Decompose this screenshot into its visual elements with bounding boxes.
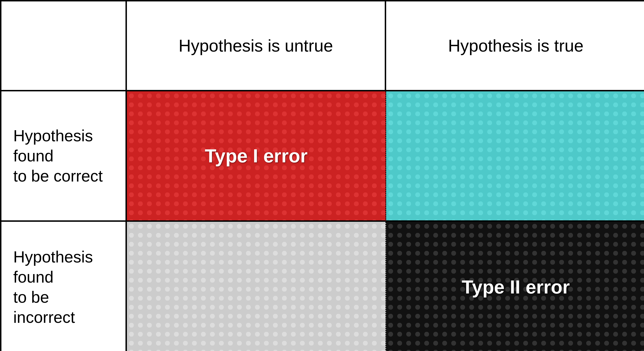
- type1-error-cell: Type I error: [127, 91, 386, 222]
- corner-cell: [2, 2, 127, 91]
- type2-error-label: Type II error: [462, 276, 570, 298]
- row-header-incorrect-label: Hypothesis found to be incorrect: [13, 247, 114, 327]
- type2-error-cell: Type II error: [386, 222, 644, 351]
- row-header-correct: Hypothesis found to be correct: [2, 91, 127, 222]
- correct-untrue-cell: [127, 222, 386, 351]
- row-header-incorrect: Hypothesis found to be incorrect: [2, 222, 127, 351]
- col-header-untrue-label: Hypothesis is untrue: [178, 36, 333, 56]
- col-header-untrue: Hypothesis is untrue: [127, 2, 386, 91]
- hypothesis-table: Hypothesis is untrue Hypothesis is true …: [0, 0, 644, 351]
- type1-error-label: Type I error: [205, 145, 308, 167]
- correct-true-cell: [386, 91, 644, 222]
- col-header-true-label: Hypothesis is true: [448, 36, 584, 56]
- col-header-true: Hypothesis is true: [386, 2, 644, 91]
- row-header-correct-label: Hypothesis found to be correct: [13, 126, 114, 186]
